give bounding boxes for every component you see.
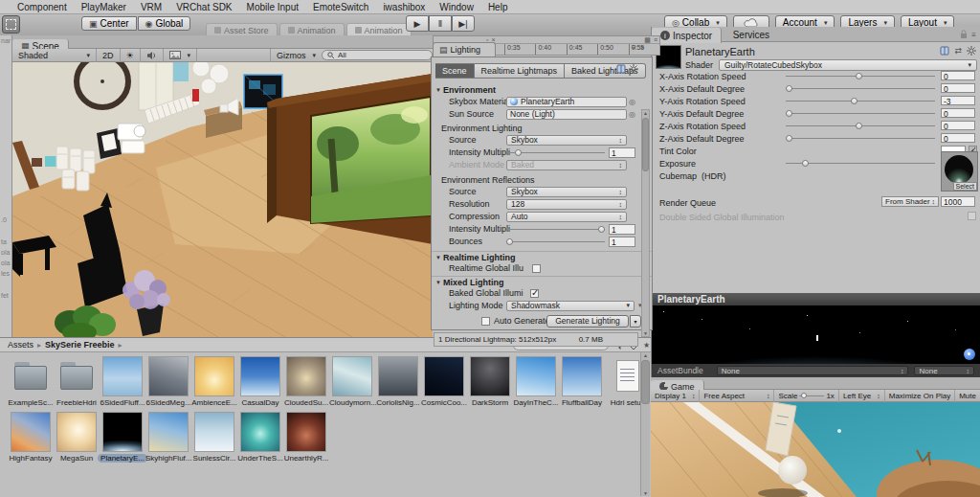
menu-item[interactable]: VRChat SDK: [176, 2, 232, 12]
source-dropdown[interactable]: Skybox ↕: [506, 135, 627, 146]
asset-item[interactable]: ExampleSc...: [8, 357, 54, 413]
menu-item[interactable]: Window: [439, 2, 474, 12]
asset-thumbnail[interactable]: [149, 357, 188, 395]
property-value-field[interactable]: 0: [941, 121, 975, 130]
render-queue-dropdown[interactable]: From Shader ↕: [881, 196, 939, 207]
project-scrollbar[interactable]: ▲ ▼: [640, 352, 650, 496]
scene-3d-viewport[interactable]: [12, 62, 433, 337]
object-picker-icon[interactable]: ◎: [629, 98, 635, 106]
scene-audio-toggle[interactable]: [141, 49, 164, 62]
scene-search-input[interactable]: All: [322, 50, 433, 60]
property-value-field[interactable]: 0: [941, 108, 975, 118]
asset-thumbnail[interactable]: [333, 357, 371, 395]
property-value-field[interactable]: -3: [941, 96, 975, 105]
gear-icon[interactable]: [629, 64, 638, 74]
asset-item[interactable]: AmbienceE...: [191, 357, 237, 413]
scroll-down-icon[interactable]: ▼: [641, 490, 650, 496]
intensity-slider[interactable]: [506, 147, 605, 157]
slider-knob[interactable]: [598, 226, 605, 233]
scale-control[interactable]: Scale 1x: [774, 390, 838, 402]
asset-item[interactable]: CloudedSu...: [283, 357, 329, 413]
menu-item[interactable]: EmoteSwitch: [313, 2, 368, 12]
exposure-slider[interactable]: [786, 158, 935, 168]
asset-item[interactable]: SunlessCir...: [191, 413, 237, 468]
property-slider[interactable]: [786, 71, 935, 80]
generate-dropdown-arrow[interactable]: ▾: [630, 315, 641, 328]
assetbundle-variant-dropdown[interactable]: None ↕: [914, 366, 974, 375]
pivot-center-button[interactable]: ▣ Center: [81, 16, 137, 31]
scroll-up-icon[interactable]: ▲: [642, 110, 649, 116]
bounces-value-field[interactable]: 1: [609, 237, 635, 247]
menu-item[interactable]: VRM: [141, 2, 162, 12]
asset-item[interactable]: UnderTheS...: [237, 413, 283, 468]
slider-knob[interactable]: [506, 238, 513, 245]
breadcrumb-assets[interactable]: Assets: [8, 340, 33, 350]
scene-effects-dropdown[interactable]: ▾: [164, 49, 198, 62]
book-icon[interactable]: [940, 46, 949, 56]
asset-thumbnail[interactable]: [287, 413, 325, 451]
asset-item[interactable]: 6SidedMeg...: [145, 357, 191, 413]
cubemap-texture-slot[interactable]: Select: [941, 151, 978, 192]
asset-thumbnail[interactable]: [425, 357, 463, 395]
gear-icon[interactable]: [967, 46, 976, 56]
material-preview-viewport[interactable]: [652, 305, 980, 364]
asset-thumbnail[interactable]: [195, 357, 234, 395]
forest-painting[interactable]: [311, 97, 431, 223]
asset-item[interactable]: PlanetaryE...: [100, 413, 145, 468]
book-icon[interactable]: [616, 64, 626, 74]
property-slider[interactable]: [786, 96, 935, 105]
asset-thumbnail[interactable]: [57, 413, 96, 451]
scroll-up-icon[interactable]: ▲: [641, 352, 650, 358]
skybox-material-field[interactable]: PlanetaryEarth: [506, 97, 627, 107]
realtime-gi-checkbox[interactable]: [532, 264, 541, 273]
menu-item[interactable]: Help: [488, 2, 508, 12]
asset-item[interactable]: HighFantasy: [8, 413, 54, 468]
slider-knob[interactable]: [856, 73, 862, 79]
background-tab[interactable]: Asset Store: [206, 23, 278, 36]
object-picker-icon[interactable]: ◎: [629, 110, 635, 119]
menu-icon[interactable]: ≡: [971, 31, 976, 39]
property-slider[interactable]: [786, 108, 935, 118]
lighting-scrollbar[interactable]: ▲ ▼: [641, 109, 650, 337]
menu-item[interactable]: PlayMaker: [81, 2, 126, 12]
material-preview-header[interactable]: PlanetaryEarth: [652, 293, 980, 305]
red-object[interactable]: [192, 89, 199, 102]
slider-knob[interactable]: [801, 393, 807, 398]
space-global-button[interactable]: ◉ Global: [138, 16, 191, 31]
slider-knob[interactable]: [786, 85, 792, 92]
asset-item[interactable]: MegaSun: [54, 413, 100, 468]
gizmos-dropdown[interactable]: Gizmos ▾: [270, 49, 322, 62]
menu-icon[interactable]: ≡: [632, 43, 636, 52]
refl-intensity-slider[interactable]: [506, 224, 605, 234]
asset-item[interactable]: DayInTheC...: [513, 357, 559, 413]
asset-thumbnail[interactable]: [471, 357, 509, 395]
preview-sphere-button[interactable]: [964, 349, 975, 360]
lighting-mode-dropdown[interactable]: Shadowmask ▾: [506, 301, 635, 311]
scene-lighting-toggle[interactable]: ☀: [121, 49, 141, 62]
asset-item[interactable]: SkyhighFluf...: [145, 413, 191, 468]
refl-source-dropdown[interactable]: Skybox ↕: [506, 187, 627, 197]
asset-thumbnail[interactable]: [11, 357, 50, 395]
step-button[interactable]: ▶|: [452, 15, 475, 32]
asset-thumbnail[interactable]: [517, 357, 555, 395]
asset-thumbnail[interactable]: [195, 413, 234, 451]
asset-item[interactable]: CosmicCoo...: [421, 357, 467, 413]
asset-item[interactable]: FluffballDay: [559, 357, 605, 413]
background-tab[interactable]: Animation: [279, 23, 345, 36]
slider-knob[interactable]: [856, 123, 862, 129]
tab-services[interactable]: Services: [724, 27, 778, 42]
mixed-lighting-header[interactable]: ▼ Mixed Lighting: [432, 276, 652, 287]
scroll-down-icon[interactable]: ▼: [642, 330, 649, 336]
asset-item[interactable]: CasualDay: [237, 357, 283, 413]
presets-icon[interactable]: ⇄: [954, 46, 962, 56]
property-slider[interactable]: [786, 121, 935, 130]
maximize-on-play-button[interactable]: Maximize On Play: [885, 390, 955, 402]
asset-thumbnail[interactable]: [103, 357, 142, 395]
property-value-field[interactable]: 0: [941, 71, 975, 80]
asset-thumbnail[interactable]: [563, 357, 601, 395]
eye-dropdown[interactable]: Left Eye ↕: [839, 390, 885, 402]
asset-item[interactable]: UnearthlyR...: [283, 413, 329, 468]
asset-thumbnail[interactable]: [287, 357, 325, 395]
shading-mode-dropdown[interactable]: Shaded ▾: [12, 49, 97, 62]
scale-slider[interactable]: [799, 392, 824, 399]
